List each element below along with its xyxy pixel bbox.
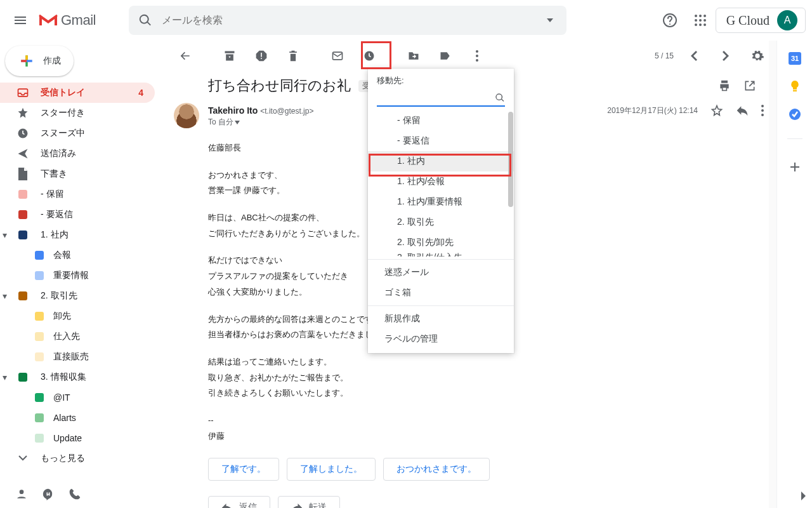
sidebar-item-more[interactable]: もっと見る bbox=[0, 448, 155, 469]
popup-item-internal-important[interactable]: 1. 社内/重要情報 bbox=[368, 192, 514, 212]
reply-icon[interactable] bbox=[736, 104, 749, 117]
sidebar-item-l2c[interactable]: 直接販売 bbox=[0, 347, 155, 367]
sidebar-item-drafts[interactable]: 下書き bbox=[0, 164, 155, 184]
snooze-button[interactable] bbox=[357, 43, 382, 69]
smart-reply-3[interactable]: おつかれさまです。 bbox=[383, 458, 490, 481]
settings-button[interactable] bbox=[745, 43, 770, 69]
sidebar-item-l3c[interactable]: Update bbox=[0, 428, 155, 448]
sidebar-item-l1b[interactable]: 重要情報 bbox=[0, 265, 155, 286]
svg-point-7 bbox=[704, 19, 706, 22]
popup-item-client-wholesale[interactable]: 2. 取引先/卸先 bbox=[368, 232, 514, 253]
more-button[interactable] bbox=[464, 43, 490, 69]
popup-item-trash[interactable]: ゴミ箱 bbox=[368, 283, 514, 303]
popup-item-spam[interactable]: 迷惑メール bbox=[368, 262, 514, 283]
svg-point-19 bbox=[476, 55, 478, 57]
account-switcher[interactable]: G Cloud A bbox=[716, 8, 806, 33]
search-icon[interactable] bbox=[133, 8, 158, 33]
label-icon bbox=[16, 190, 29, 199]
starred-label: スター付き bbox=[41, 107, 85, 119]
scrollbar-track[interactable] bbox=[769, 41, 776, 508]
popup-item-create[interactable]: 新規作成 bbox=[368, 309, 514, 329]
more-icon[interactable] bbox=[761, 105, 764, 116]
archive-button[interactable] bbox=[217, 43, 242, 69]
avatar[interactable]: A bbox=[777, 10, 797, 30]
l2c-label: 直接販売 bbox=[53, 351, 89, 363]
svg-rect-15 bbox=[261, 58, 262, 59]
svg-point-9 bbox=[699, 23, 702, 26]
popup-item-reply[interactable]: - 要返信 bbox=[368, 131, 514, 151]
smart-reply-text: 了解です。 bbox=[221, 464, 266, 475]
sidebar-item-hold[interactable]: - 保留 bbox=[0, 184, 155, 204]
popup-item-client[interactable]: 2. 取引先 bbox=[368, 212, 514, 232]
star-icon[interactable] bbox=[710, 104, 723, 117]
sidebar-item-sent[interactable]: 送信済み bbox=[0, 144, 155, 164]
snoozed-label: スヌーズ中 bbox=[41, 128, 85, 139]
mark-unread-button[interactable] bbox=[325, 43, 350, 69]
gmail-logo[interactable]: Gmail bbox=[38, 12, 96, 29]
back-button[interactable] bbox=[173, 43, 198, 69]
main-menu-icon[interactable] bbox=[5, 5, 36, 36]
popup-item-internal[interactable]: 1. 社内 bbox=[368, 151, 514, 171]
hangouts-icon[interactable] bbox=[42, 488, 55, 500]
delete-button[interactable] bbox=[280, 43, 306, 69]
move-to-button[interactable] bbox=[401, 43, 426, 69]
popup-scrollbar[interactable] bbox=[508, 112, 513, 207]
sidebar-item-l3a[interactable]: @IT bbox=[0, 387, 155, 408]
support-icon[interactable] bbox=[655, 5, 685, 36]
sidebar-item-l3b[interactable]: Alarts bbox=[0, 408, 155, 428]
sidebar-item-l1[interactable]: ▾1. 社内 bbox=[0, 225, 155, 245]
popout-icon[interactable] bbox=[743, 79, 756, 92]
caret-down-icon[interactable]: ▾ bbox=[3, 291, 7, 301]
apps-icon[interactable] bbox=[685, 5, 716, 36]
popup-item-manage[interactable]: ラベルの管理 bbox=[368, 329, 514, 349]
inbox-icon bbox=[16, 86, 29, 99]
forward-button[interactable]: 転送 bbox=[278, 496, 340, 508]
sidebar-item-l2a[interactable]: 卸先 bbox=[0, 306, 155, 326]
labels-button[interactable] bbox=[433, 43, 458, 69]
search-bar[interactable] bbox=[129, 6, 566, 35]
l2a-label: 卸先 bbox=[53, 311, 71, 322]
avatar-initial: A bbox=[784, 15, 791, 26]
svg-rect-14 bbox=[261, 53, 262, 57]
sidebar-item-reply[interactable]: - 要返信 bbox=[0, 204, 155, 225]
next-button[interactable] bbox=[713, 43, 738, 69]
popup-item-internal-news[interactable]: 1. 社内/会報 bbox=[368, 171, 514, 192]
search-options-icon[interactable] bbox=[537, 8, 563, 33]
prev-button[interactable] bbox=[681, 43, 707, 69]
reply-button[interactable]: 返信 bbox=[208, 496, 270, 508]
popup-search-input[interactable] bbox=[377, 93, 495, 103]
sender-avatar[interactable] bbox=[174, 103, 199, 128]
sidebar-item-l2[interactable]: ▾2. 取引先 bbox=[0, 286, 155, 306]
sidebar-item-starred[interactable]: スター付き bbox=[0, 103, 155, 123]
compose-button[interactable]: 作成 bbox=[5, 46, 74, 76]
smart-reply-text: 了解しました。 bbox=[300, 464, 362, 475]
caret-down-icon[interactable]: ▾ bbox=[3, 230, 7, 240]
caret-down-icon[interactable]: ▾ bbox=[3, 372, 7, 382]
l3b-label: Alarts bbox=[53, 413, 76, 423]
person-icon[interactable] bbox=[15, 488, 28, 500]
sidebar-item-l3[interactable]: ▾3. 情報収集 bbox=[0, 367, 155, 387]
search-input[interactable] bbox=[158, 15, 537, 26]
popup-item-text: ゴミ箱 bbox=[384, 287, 411, 298]
sidebar-item-l2b[interactable]: 仕入先 bbox=[0, 326, 155, 347]
keep-addon-icon[interactable] bbox=[789, 80, 801, 93]
l3a-label: @IT bbox=[53, 392, 70, 403]
print-icon[interactable] bbox=[718, 79, 731, 92]
get-addons-icon[interactable] bbox=[782, 154, 808, 180]
calendar-addon-icon[interactable]: 31 bbox=[789, 52, 801, 65]
popup-item-hold[interactable]: - 保留 bbox=[368, 110, 514, 131]
popup-item-text: - 要返信 bbox=[397, 135, 429, 147]
spam-button[interactable] bbox=[249, 43, 274, 69]
phone-icon[interactable] bbox=[69, 488, 81, 500]
sidebar-item-inbox[interactable]: 受信トレイ 4 bbox=[0, 83, 155, 103]
label-icon bbox=[33, 271, 46, 280]
popup-search[interactable] bbox=[377, 90, 505, 107]
tasks-addon-icon[interactable] bbox=[789, 108, 801, 121]
collapse-panel-icon[interactable] bbox=[799, 490, 807, 502]
popup-item-client-supplier[interactable]: 2. 取引先/仕入先 bbox=[368, 253, 514, 257]
reply-text: 返信 bbox=[239, 502, 257, 508]
sidebar-item-snoozed[interactable]: スヌーズ中 bbox=[0, 123, 155, 144]
smart-reply-1[interactable]: 了解です。 bbox=[208, 458, 279, 481]
sidebar-item-l1a[interactable]: 会報 bbox=[0, 245, 155, 265]
smart-reply-2[interactable]: 了解しました。 bbox=[287, 458, 376, 481]
